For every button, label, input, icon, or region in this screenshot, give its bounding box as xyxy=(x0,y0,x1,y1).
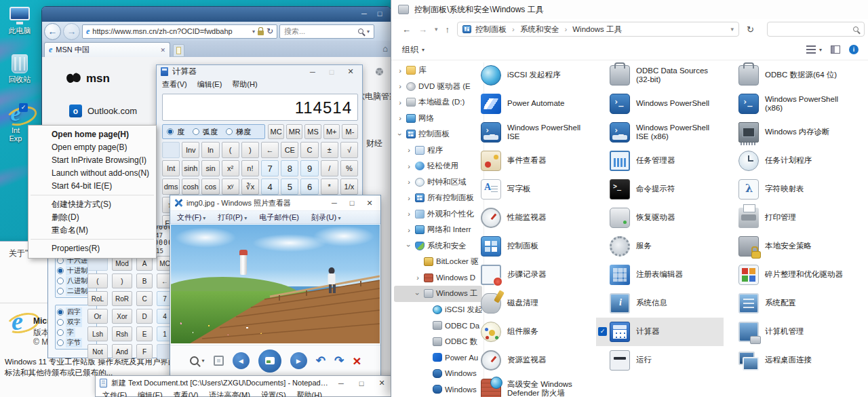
calc-key[interactable] xyxy=(162,142,180,158)
tool-item[interactable]: 命令提示符 xyxy=(596,175,724,204)
desktop-icon-internet-explorer[interactable]: e ✓ Int Exp xyxy=(1,103,30,143)
msn-logo[interactable]: msn xyxy=(66,72,110,86)
calc-key[interactable]: x² xyxy=(222,160,239,176)
calc-key[interactable]: ) xyxy=(241,142,259,158)
context-menu-item[interactable]: Start 64-bit IE(E) xyxy=(28,180,156,193)
rotate-cw-button[interactable]: ↷ xyxy=(334,354,344,368)
calc-key[interactable]: 1/x xyxy=(340,178,358,195)
menu-item[interactable]: 编辑(E) xyxy=(197,79,222,90)
tool-item[interactable]: 资源监视器 xyxy=(467,346,595,375)
tool-item[interactable]: 性能监视器 xyxy=(467,204,595,232)
zoom-icon[interactable] xyxy=(190,356,199,365)
radio-angle-mode[interactable]: 弧度 xyxy=(193,128,219,136)
calc-key[interactable]: ± xyxy=(321,142,338,158)
calc-memory-key[interactable]: M- xyxy=(342,124,358,139)
search-icon[interactable] xyxy=(358,29,363,34)
maximize-button[interactable]: □ xyxy=(324,68,339,76)
calc-key[interactable]: * xyxy=(321,178,338,195)
calc-key[interactable]: √ xyxy=(340,142,358,158)
chevron-icon[interactable]: › xyxy=(414,290,422,297)
breadcrumb[interactable]: 控制面板系统和安全Windows 工具 ▾ xyxy=(457,22,739,37)
maximize-button[interactable]: □ xyxy=(345,199,359,207)
address-dropdown-icon[interactable]: ▾ xyxy=(731,26,734,33)
calc-key[interactable]: Inv xyxy=(182,142,199,158)
context-menu-item[interactable]: Open home page(H) xyxy=(28,128,156,141)
calc-key[interactable]: F xyxy=(136,344,153,359)
calc-key[interactable]: Int xyxy=(162,160,180,176)
chevron-icon[interactable]: › xyxy=(406,210,412,218)
calc-key[interactable]: Lsh xyxy=(87,326,108,341)
tool-item[interactable]: 恢复驱动器 xyxy=(596,204,724,232)
search-dropdown-icon[interactable]: ▾ xyxy=(367,29,370,35)
calc-key[interactable]: sinh xyxy=(182,160,199,176)
chevron-icon[interactable]: › xyxy=(397,114,403,122)
organize-button[interactable]: 组织 xyxy=(402,44,418,56)
tool-item[interactable]: 高级安全 Windows Defender 防火墙 xyxy=(467,375,595,397)
menu-item[interactable]: 语法高亮(M) xyxy=(209,390,250,397)
view-mode-icon[interactable] xyxy=(806,45,816,54)
tool-item[interactable]: 任务计划程序 xyxy=(725,147,852,175)
context-menu-item[interactable]: Properties(R) xyxy=(28,242,156,255)
history-dropdown-icon[interactable]: ▾ xyxy=(435,26,438,33)
minimize-button[interactable]: ─ xyxy=(328,199,341,207)
refresh-icon[interactable]: ↻ xyxy=(747,24,754,35)
chevron-icon[interactable]: › xyxy=(406,226,412,234)
calc-key[interactable]: 8 xyxy=(281,160,298,176)
address-bar[interactable]: e https://www.msn.cn/zh-cn?OCID=fwdbahp … xyxy=(82,24,277,39)
calc-key[interactable]: / xyxy=(321,160,338,176)
gear-icon[interactable] xyxy=(376,68,383,75)
menu-item[interactable]: 文件(F) xyxy=(102,390,127,397)
menu-item[interactable]: 帮助(H) xyxy=(232,79,257,90)
breadcrumb-segment[interactable]: Windows 工具 xyxy=(572,24,633,35)
close-button[interactable]: ✕ xyxy=(343,67,358,76)
context-menu-item[interactable]: 创建快捷方式(S) xyxy=(28,198,156,211)
calc-key[interactable]: ( xyxy=(87,273,108,288)
tool-item[interactable]: 系统信息 xyxy=(596,289,724,318)
calc-key[interactable]: ) xyxy=(112,273,132,288)
explorer-search-input[interactable] xyxy=(767,22,865,37)
tool-item[interactable]: Windows PowerShell ISE xyxy=(467,118,595,147)
forward-button[interactable]: → xyxy=(418,24,427,35)
calc-memory-key[interactable]: MS xyxy=(304,124,321,139)
calc-key[interactable]: 5 xyxy=(281,178,298,195)
tool-item[interactable]: 组件服务 xyxy=(467,318,595,346)
context-menu-item[interactable]: 删除(D) xyxy=(28,211,156,224)
rotate-ccw-button[interactable]: ↶ xyxy=(316,354,326,368)
tool-item[interactable]: ODBC Data Sources (32-bit) xyxy=(596,61,724,90)
menu-item[interactable]: 查看(V) xyxy=(162,79,187,90)
chevron-icon[interactable]: › xyxy=(405,242,413,249)
chevron-icon[interactable]: › xyxy=(396,131,404,138)
tool-item[interactable]: 服务 xyxy=(596,232,724,261)
back-button[interactable]: ← xyxy=(44,23,61,40)
tool-item[interactable]: 步骤记录器 xyxy=(467,261,595,289)
calc-key[interactable]: Rsh xyxy=(112,326,132,341)
refresh-icon[interactable]: ↻ xyxy=(267,26,273,36)
chevron-icon[interactable]: › xyxy=(397,98,403,107)
forward-button[interactable]: → xyxy=(63,23,80,40)
zoom-dropdown-icon[interactable]: ▾ xyxy=(202,358,205,364)
calc-key[interactable]: dms xyxy=(162,178,180,195)
menu-item[interactable]: 刻录(U) xyxy=(311,212,341,223)
url-text[interactable]: https://www.msn.cn/zh-cn?OCID=fwdbahp xyxy=(92,27,250,35)
tool-item[interactable]: Windows PowerShell ISE (x86) xyxy=(596,118,724,147)
tab-msn[interactable]: e MSN 中国 ✕ xyxy=(44,42,170,57)
radio-angle-mode[interactable]: 度 xyxy=(167,128,186,136)
maximize-button[interactable]: □ xyxy=(374,10,386,18)
calc-key[interactable]: C xyxy=(300,142,318,158)
browser-titlebar[interactable]: ─ □ xyxy=(42,7,391,22)
calc-memory-key[interactable]: MR xyxy=(286,124,302,139)
calc-key[interactable]: ∛x xyxy=(241,178,259,195)
details-info-icon[interactable]: i xyxy=(849,45,859,54)
tool-item[interactable]: 字符映射表 xyxy=(725,175,852,204)
tool-item[interactable]: 控制面板 xyxy=(467,232,595,261)
desktop-icon-recycle-bin[interactable]: 回收站 xyxy=(4,54,35,83)
next-button[interactable]: ▶ xyxy=(290,352,307,369)
calc-memory-key[interactable]: M+ xyxy=(323,124,340,139)
tool-item[interactable]: 计算器 xyxy=(596,318,724,346)
calc-key[interactable]: n! xyxy=(241,160,259,176)
calc-key[interactable]: And xyxy=(112,344,132,359)
tool-item[interactable]: Windows 内存诊断 xyxy=(725,118,852,147)
calc-key[interactable]: 7 xyxy=(261,160,279,176)
tool-item[interactable]: 碎片整理和优化驱动器 xyxy=(725,261,852,289)
context-menu-item[interactable]: Start InPrivate Browsing(I) xyxy=(28,154,156,167)
